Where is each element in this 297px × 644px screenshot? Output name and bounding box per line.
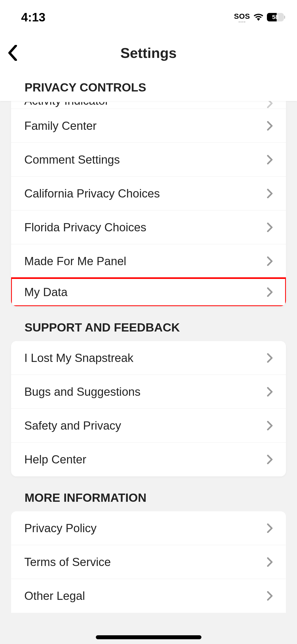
row-label: Other Legal (24, 589, 85, 602)
row-label: Bugs and Suggestions (24, 385, 140, 398)
network-status: SOS (234, 12, 250, 22)
section-header-more-info: MORE INFORMATION (0, 476, 297, 511)
wifi-icon (254, 13, 263, 21)
chevron-right-icon (267, 101, 273, 108)
settings-row-california-privacy[interactable]: California Privacy Choices (11, 177, 286, 210)
header: Settings (0, 34, 297, 71)
row-label: I Lost My Snapstreak (24, 351, 133, 365)
support-feedback-group: I Lost My Snapstreak Bugs and Suggestion… (11, 341, 286, 476)
chevron-right-icon (267, 287, 273, 297)
settings-row-bugs[interactable]: Bugs and Suggestions (11, 375, 286, 409)
row-label: California Privacy Choices (24, 187, 160, 200)
row-label: Privacy Policy (24, 522, 97, 535)
row-label: Made For Me Panel (24, 255, 126, 268)
chevron-right-icon (267, 121, 273, 131)
settings-row-other-legal[interactable]: Other Legal (11, 579, 286, 613)
row-label: Help Center (24, 453, 86, 466)
row-label: Florida Privacy Choices (24, 221, 146, 234)
status-bar: 4:13 SOS 58 (0, 0, 297, 34)
settings-row-made-for-me[interactable]: Made For Me Panel (11, 244, 286, 278)
settings-row-snapstreak[interactable]: I Lost My Snapstreak (11, 341, 286, 375)
content-area[interactable]: Activity Indicator Family Center Comment… (0, 101, 297, 613)
settings-row-terms[interactable]: Terms of Service (11, 545, 286, 579)
row-label: Safety and Privacy (24, 419, 121, 432)
chevron-right-icon (267, 591, 273, 601)
settings-row-partial[interactable]: Activity Indicator (11, 101, 286, 109)
chevron-right-icon (267, 455, 273, 464)
settings-row-privacy-policy[interactable]: Privacy Policy (11, 511, 286, 545)
settings-row-safety[interactable]: Safety and Privacy (11, 409, 286, 443)
section-header-privacy: PRIVACY CONTROLS (0, 71, 297, 101)
battery-icon: 58 (267, 13, 284, 21)
status-right: SOS 58 (234, 12, 284, 22)
section-header-support: SUPPORT AND FEEDBACK (0, 306, 297, 341)
row-label: Terms of Service (24, 555, 111, 569)
signal-dots (239, 21, 245, 22)
chevron-right-icon (267, 387, 273, 397)
row-label: Family Center (24, 119, 97, 132)
settings-row-florida-privacy[interactable]: Florida Privacy Choices (11, 210, 286, 244)
home-indicator[interactable] (96, 635, 201, 639)
status-time: 4:13 (21, 10, 45, 24)
chevron-right-icon (267, 557, 273, 567)
chevron-right-icon (267, 421, 273, 430)
battery-percent: 58 (267, 14, 284, 21)
chevron-right-icon (267, 256, 273, 266)
chevron-right-icon (267, 523, 273, 533)
settings-row-my-data[interactable]: My Data (11, 277, 286, 306)
settings-row-family-center[interactable]: Family Center (11, 109, 286, 143)
row-label: My Data (24, 286, 68, 299)
chevron-right-icon (267, 189, 273, 198)
row-label: Comment Settings (24, 153, 120, 166)
settings-row-comment-settings[interactable]: Comment Settings (11, 143, 286, 177)
chevron-right-icon (267, 353, 273, 363)
chevron-right-icon (267, 155, 273, 164)
settings-row-help-center[interactable]: Help Center (11, 443, 286, 476)
sos-text: SOS (234, 12, 250, 21)
page-title: Settings (0, 45, 297, 61)
row-label: Activity Indicator (24, 101, 109, 107)
more-information-group: Privacy Policy Terms of Service Other Le… (11, 511, 286, 613)
privacy-controls-group: Activity Indicator Family Center Comment… (11, 101, 286, 306)
chevron-right-icon (267, 223, 273, 232)
